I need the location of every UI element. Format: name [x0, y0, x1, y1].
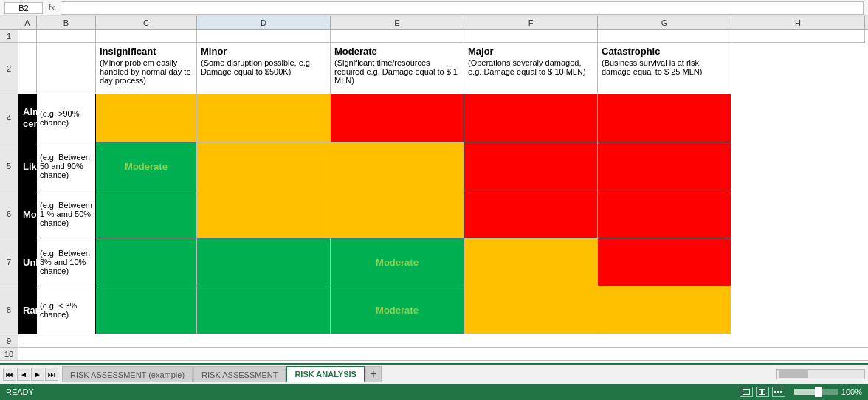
add-sheet-button[interactable]: +: [365, 366, 382, 382]
row-num-9[interactable]: 9: [0, 334, 18, 348]
cell-e8[interactable]: Low: [197, 286, 331, 334]
row-4-almost-certain: 4 Almost certain (e.g. >90% chance) High…: [0, 94, 868, 142]
cell-f4[interactable]: Extreme: [331, 94, 464, 142]
rare-sublabel: (e.g. < 3% chance): [40, 301, 92, 319]
g6-level: Extreme: [512, 209, 549, 220]
tab-nav-next[interactable]: ►: [31, 368, 44, 381]
page-layout-icon[interactable]: [756, 387, 769, 397]
status-right: 100%: [740, 387, 862, 397]
e4-level: High: [253, 113, 275, 124]
formula-icon: fx: [46, 4, 58, 12]
cell-h7[interactable]: Extreme: [598, 238, 731, 286]
cell-b6-moderate[interactable]: Moderate: [18, 190, 37, 238]
cell-e5[interactable]: High: [197, 142, 331, 190]
column-headers: A B C D E F G H: [0, 16, 868, 30]
cell-d5[interactable]: Moderate: [96, 142, 197, 190]
d5-level: Moderate: [125, 161, 168, 172]
f8-level: Moderate: [376, 305, 418, 316]
cell-d8[interactable]: Low: [96, 286, 197, 334]
cell-f5[interactable]: High: [331, 142, 464, 190]
col-header-d[interactable]: D: [197, 16, 331, 29]
cell-d7[interactable]: Low: [96, 238, 197, 286]
cell-f7[interactable]: Moderate: [331, 238, 464, 286]
scrollbar-thumb[interactable]: [779, 370, 808, 378]
cell-d6[interactable]: Low: [96, 190, 197, 238]
row-num-10[interactable]: 10: [0, 348, 18, 361]
horizontal-scrollbar[interactable]: [776, 369, 865, 379]
cell-b4-almost-certain[interactable]: Almost certain: [18, 94, 37, 142]
formula-input[interactable]: [61, 1, 864, 15]
tab-risk-assessment[interactable]: RISK ASSESSMENT: [193, 366, 286, 382]
name-box[interactable]: B2: [4, 2, 43, 14]
g5-level: Extreme: [512, 161, 549, 172]
cell-b8-rare[interactable]: Rare: [18, 286, 37, 334]
cell-g4[interactable]: Extreme: [464, 94, 598, 142]
cell-f8[interactable]: Moderate: [331, 286, 464, 334]
catastrophic-sublabel: (Business survival is at risk damage equ…: [602, 58, 727, 76]
col-header-c[interactable]: C: [96, 16, 197, 29]
cell-g7[interactable]: High: [464, 238, 598, 286]
cell-e2[interactable]: Minor (Some disruption possible, e.g. Da…: [197, 43, 331, 94]
col-header-h[interactable]: H: [731, 16, 865, 29]
cell-e6[interactable]: Moderate: [197, 190, 331, 238]
row-num-8[interactable]: 8: [0, 286, 18, 334]
cell-c6-moderate[interactable]: (e.g. Betweem 1-% amd 50% chance): [37, 190, 96, 238]
cell-f2[interactable]: Moderate (Significant time/resources req…: [331, 43, 464, 94]
normal-view-icon[interactable]: [740, 387, 753, 397]
likely-sublabel: (e.g. Between 50 and 90% chance): [40, 153, 92, 179]
row-num-7[interactable]: 7: [0, 238, 18, 286]
cell-h2[interactable]: Catastrophic (Business survival is at ri…: [598, 43, 731, 94]
row-num-2[interactable]: 2: [0, 43, 18, 94]
tab-nav-first[interactable]: ⏮: [3, 368, 16, 381]
cell-g2[interactable]: Major (Operations severaly damaged, e.g.…: [464, 43, 598, 94]
col-header-f[interactable]: F: [464, 16, 598, 29]
g7-level: High: [520, 257, 542, 268]
cell-g6[interactable]: Extreme: [464, 190, 598, 238]
tab-nav-last[interactable]: ⏭: [45, 368, 58, 381]
f5-level: High: [387, 161, 408, 172]
row-8-rare: 8 Rare (e.g. < 3% chance) Low Low Modera…: [0, 286, 868, 334]
row-num-4[interactable]: 4: [0, 94, 18, 142]
cell-c5-likely[interactable]: (e.g. Between 50 and 90% chance): [37, 142, 96, 190]
cell-f6[interactable]: High: [331, 190, 464, 238]
tab-risk-analysis[interactable]: RISK ANALYSIS: [286, 366, 365, 382]
cell-c7-unlikely[interactable]: (e.g. Between 3% and 10% chance): [37, 238, 96, 286]
cell-h5[interactable]: Extreme: [598, 142, 731, 190]
row-num-5[interactable]: 5: [0, 142, 18, 190]
row-num-6[interactable]: 6: [0, 190, 18, 238]
cell-g8[interactable]: High: [464, 286, 598, 334]
col-header-b[interactable]: B: [37, 16, 96, 29]
minor-sublabel: (Some disruption possible, e.g. Damage e…: [201, 58, 326, 76]
cell-d2[interactable]: Insignificant (Minor problem easily hand…: [96, 43, 197, 94]
col-header-g[interactable]: G: [598, 16, 731, 29]
sheet-tabs-area: ⏮ ◄ ► ⏭ RISK ASSESSMENT (example) RISK A…: [0, 363, 868, 384]
col-header-a[interactable]: A: [18, 16, 37, 29]
col-header-e[interactable]: E: [331, 16, 464, 29]
cell-h4[interactable]: Extreme: [598, 94, 731, 142]
zoom-slider[interactable]: [794, 389, 838, 395]
page-break-icon[interactable]: [772, 387, 785, 397]
tab-risk-assessment-example[interactable]: RISK ASSESSMENT (example): [62, 366, 193, 382]
d7-level: Low: [137, 257, 156, 268]
cell-d4[interactable]: High: [96, 94, 197, 142]
cell-g5[interactable]: Extreme: [464, 142, 598, 190]
row-9: 9: [0, 334, 868, 348]
tab-nav-prev[interactable]: ◄: [17, 368, 30, 381]
cell-e4[interactable]: High: [197, 94, 331, 142]
catastrophic-label: Catastrophic: [602, 46, 727, 57]
row-num-1[interactable]: 1: [0, 30, 18, 43]
cell-h8[interactable]: High: [598, 286, 731, 334]
cell-c8-rare[interactable]: (e.g. < 3% chance): [37, 286, 96, 334]
cell-b5-likely[interactable]: Likely: [18, 142, 37, 190]
moderate-row-sublabel: (e.g. Betweem 1-% amd 50% chance): [40, 201, 92, 227]
cell-h6[interactable]: Extreme: [598, 190, 731, 238]
zoom-control: 100%: [794, 387, 862, 396]
cell-b7-unlikely[interactable]: Unlikely: [18, 238, 37, 286]
f6-level: High: [387, 209, 408, 220]
cell-e7[interactable]: Low: [197, 238, 331, 286]
unlikely-sublabel: (e.g. Between 3% and 10% chance): [40, 249, 92, 275]
h7-level: Extreme: [645, 257, 683, 268]
f7-level: Moderate: [376, 257, 418, 268]
cell-c4-almost-certain[interactable]: (e.g. >90% chance): [37, 94, 96, 142]
major-label: Major: [468, 46, 593, 57]
